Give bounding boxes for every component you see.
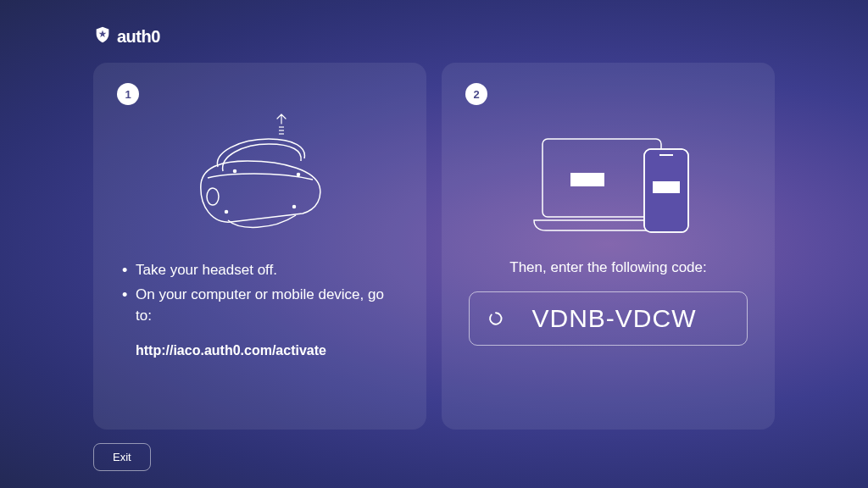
phone-icon: 2846	[644, 149, 688, 232]
svg-point-5	[297, 174, 299, 176]
exit-button[interactable]: Exit	[93, 443, 151, 471]
brand-logo: auth0	[93, 25, 775, 47]
svg-point-3	[207, 188, 219, 205]
svg-point-7	[292, 206, 295, 208]
step-2-instruction: Then, enter the following code:	[465, 259, 751, 276]
step-2-card: 2 2846 2846	[442, 63, 775, 430]
svg-point-6	[225, 211, 227, 214]
devices-illustration: 2846 2846	[465, 112, 751, 247]
activation-code-box: VDNB-VDCW	[469, 291, 748, 346]
svg-point-4	[233, 170, 236, 173]
instruction-item-2: On your computer or mobile device, go to…	[120, 284, 403, 327]
arrow-up-icon	[277, 114, 286, 134]
activation-url: http://iaco.auth0.com/activate	[117, 341, 403, 361]
step-1-card: 1	[93, 63, 426, 430]
vr-headset-illustration	[117, 112, 403, 247]
svg-text:2846: 2846	[577, 176, 597, 184]
step-1-instructions: Take your headset off. On your computer …	[117, 259, 403, 361]
auth0-shield-icon	[93, 25, 112, 47]
step-1-badge: 1	[117, 83, 139, 105]
activation-code: VDNB-VDCW	[500, 304, 728, 333]
instruction-item-1: Take your headset off.	[120, 259, 403, 281]
svg-text:2846: 2846	[656, 184, 676, 191]
vr-headset-icon	[200, 139, 320, 227]
brand-name: auth0	[117, 27, 160, 47]
step-2-badge: 2	[465, 83, 487, 105]
